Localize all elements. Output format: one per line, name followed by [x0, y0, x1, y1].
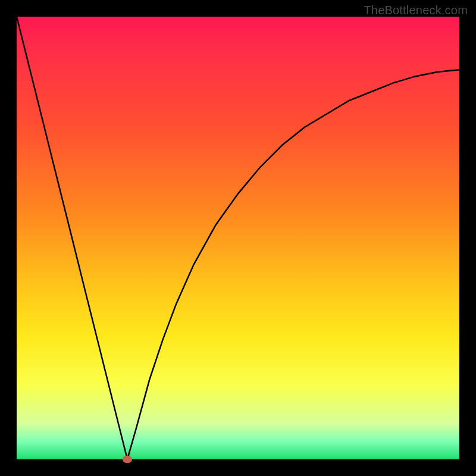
watermark-label: TheBottleneck.com	[364, 4, 468, 17]
plot-area	[17, 17, 459, 459]
bottleneck-curve-path	[17, 17, 459, 459]
curve-svg	[17, 17, 459, 459]
min-marker	[123, 456, 132, 463]
